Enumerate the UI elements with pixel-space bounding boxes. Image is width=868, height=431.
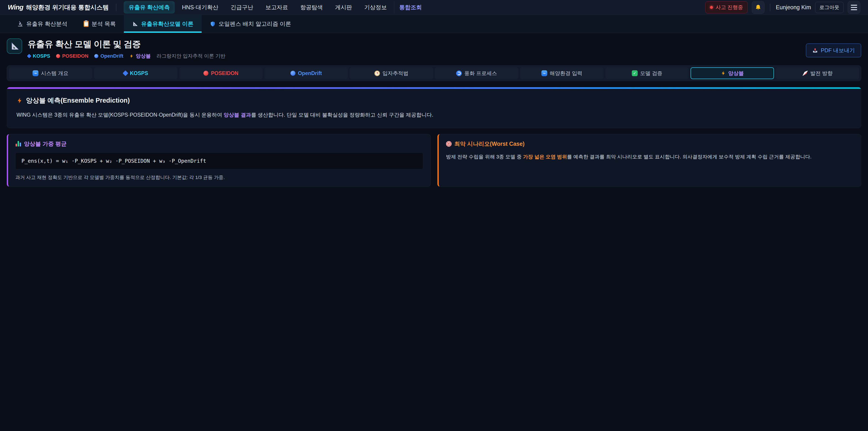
user-name: Eunjeong Kim bbox=[776, 4, 811, 11]
section-tab-ensemble[interactable]: 앙상블 bbox=[690, 67, 774, 79]
incident-in-progress-badge[interactable]: 사고 진행중 bbox=[705, 1, 748, 13]
menu-button[interactable] bbox=[848, 1, 860, 14]
weighted-average-card: 앙상블 가중 평균 P_ens(x,t) = w₁ ·P_KOSPS + w₂ … bbox=[7, 134, 431, 187]
red-circle-icon bbox=[56, 54, 60, 58]
section-tab-label: 모델 검증 bbox=[640, 70, 662, 77]
section-tab-label: 해양환경 입력 bbox=[550, 70, 582, 77]
page-subtitle: 라그랑지안 입자추적 이론 기반 bbox=[157, 53, 225, 59]
pdf-export-button[interactable]: PDF 내보내기 bbox=[806, 43, 861, 57]
blue-circle-icon bbox=[290, 71, 296, 76]
section-tab-label: KOSPS bbox=[130, 70, 148, 76]
incident-badge-label: 사고 진행중 bbox=[716, 4, 743, 11]
badge-poseidon: POSEIDON bbox=[56, 53, 88, 59]
nav-item-oil-spill-prediction[interactable]: 유출유 확산예측 bbox=[124, 1, 175, 13]
ensemble-formula: P_ens(x,t) = w₁ ·P_KOSPS + w₂ ·P_POSEIDO… bbox=[16, 153, 423, 169]
description-text: 를 예측한 결과를 최악 시나리오로 별도 표시합니다. 의사결정자에게 보수적… bbox=[567, 154, 811, 160]
section-tab-model-validation[interactable]: ✓ 모델 검증 bbox=[605, 67, 689, 79]
section-tab-poseidon[interactable]: POSEIDON bbox=[179, 67, 263, 79]
tab-spill-model-theory[interactable]: 유출유확산모델 이론 bbox=[124, 15, 202, 33]
section-tab-weathering-process[interactable]: 풍화 프로세스 bbox=[435, 67, 518, 79]
red-circle-icon bbox=[204, 71, 209, 76]
badge-kosps: KOSPS bbox=[28, 53, 50, 59]
highlighted-text: 앙상블 결과 bbox=[223, 112, 251, 118]
hamburger-menu-icon bbox=[851, 5, 857, 10]
badge-label: 앙상블 bbox=[136, 53, 151, 59]
app-logo: Wing 해양환경 위기대응 통합시스템 bbox=[8, 3, 109, 11]
section-tab-label: 발전 방향 bbox=[810, 70, 833, 77]
nav-item-integrated-search[interactable]: 통합조회 bbox=[394, 1, 427, 13]
ensemble-heading: 앙상블 예측(Ensemble Prediction) bbox=[17, 96, 851, 105]
divider bbox=[770, 4, 770, 11]
highlighted-text: 가장 넓은 오염 범위 bbox=[523, 154, 567, 160]
badge-label: KOSPS bbox=[33, 53, 50, 59]
check-icon: ✓ bbox=[632, 70, 638, 76]
section-tab-label: POSEIDON bbox=[211, 70, 238, 76]
tab-label: 분석 목록 bbox=[92, 20, 116, 28]
badge-opendrift: OpenDrift bbox=[94, 53, 123, 59]
section-tab-label: 풍화 프로세스 bbox=[464, 70, 497, 77]
microscope-icon bbox=[17, 21, 23, 27]
tab-analysis-list[interactable]: 분석 목록 bbox=[75, 15, 124, 33]
pdf-export-label: PDF 내보내기 bbox=[821, 47, 855, 54]
description-text: WING 시스템은 3종의 유출유 확산 모델(KOSPS·POSEIDON·O… bbox=[17, 112, 223, 118]
clipboard-icon bbox=[84, 21, 89, 27]
tab-oil-spill-analysis[interactable]: 유출유 확산분석 bbox=[9, 15, 75, 33]
lightning-bolt-icon bbox=[721, 71, 726, 76]
bell-icon bbox=[755, 4, 762, 11]
app-title: 해양환경 위기대응 통합시스템 bbox=[26, 3, 109, 11]
section-tab-label: 입자추적법 bbox=[382, 70, 408, 77]
notification-bell-button[interactable] bbox=[752, 1, 765, 14]
bar-chart-icon bbox=[16, 141, 21, 147]
tab-label: 유출유 확산분석 bbox=[26, 20, 67, 28]
rocket-icon bbox=[802, 70, 808, 76]
export-tray-icon bbox=[812, 48, 818, 53]
description-text: 를 생산합니다. 단일 모델 대비 불확실성을 정량화하고 신뢰 구간을 제공합… bbox=[251, 112, 433, 118]
logout-button[interactable]: 로그아웃 bbox=[815, 2, 844, 13]
nav-item-weather-info[interactable]: 기상정보 bbox=[359, 1, 392, 13]
blue-diamond-icon bbox=[123, 70, 128, 76]
section-tab-kosps[interactable]: KOSPS bbox=[94, 67, 178, 79]
nav-item-reports[interactable]: 보고자료 bbox=[260, 1, 293, 13]
page-title-icon-box bbox=[7, 38, 22, 54]
lightning-bolt-icon bbox=[129, 54, 134, 58]
section-tab-marine-environment-input[interactable]: ~ 해양환경 입력 bbox=[520, 67, 603, 79]
worst-case-card-title: 최악 시나리오(Worst Case) bbox=[446, 140, 854, 148]
triangle-ruler-icon bbox=[132, 21, 138, 27]
shield-icon bbox=[210, 21, 216, 27]
badge-label: POSEIDON bbox=[62, 53, 88, 59]
nav-item-aerial-search[interactable]: 항공탐색 bbox=[295, 1, 328, 13]
section-tab-system-overview[interactable]: ~ 시스템 개요 bbox=[9, 67, 92, 79]
section-tab-future-direction[interactable]: 발전 방향 bbox=[776, 67, 859, 79]
ensemble-heading-text: 앙상블 예측(Ensemble Prediction) bbox=[26, 96, 130, 105]
secondary-tab-bar: 유출유 확산분석 분석 목록 유출유확산모델 이론 오일펜스 배치 알고리즘 이… bbox=[0, 15, 868, 33]
tab-label: 오일펜스 배치 알고리즘 이론 bbox=[219, 20, 291, 28]
cyclone-icon bbox=[456, 70, 462, 76]
page-title-block: 유출유 확산 모델 이론 및 검증 KOSPS POSEIDON OpenDri… bbox=[28, 38, 225, 59]
weighted-average-card-title: 앙상블 가중 평균 bbox=[16, 140, 423, 148]
badge-ensemble: 앙상블 bbox=[129, 53, 151, 59]
model-badge-row: KOSPS POSEIDON OpenDrift 앙상블 라그랑지안 입자추적 … bbox=[28, 53, 225, 59]
tab-oil-fence-algorithm-theory[interactable]: 오일펜스 배치 알고리즘 이론 bbox=[202, 15, 299, 33]
blue-circle-icon bbox=[94, 54, 98, 58]
nav-item-hns-atmospheric[interactable]: HNS·대기확산 bbox=[177, 1, 223, 13]
section-tab-particle-tracking[interactable]: 입자추적법 bbox=[350, 67, 433, 79]
section-tab-bar: ~ 시스템 개요 KOSPS POSEIDON OpenDrift 입자추적법 … bbox=[7, 65, 861, 81]
main-nav: 유출유 확산예측 HNS·대기확산 긴급구난 보고자료 항공탐색 게시판 기상정… bbox=[124, 1, 427, 13]
ensemble-cards-row: 앙상블 가중 평균 P_ens(x,t) = w₁ ·P_KOSPS + w₂ … bbox=[7, 134, 861, 187]
incident-status-dot bbox=[710, 6, 713, 9]
gradient-top-border bbox=[7, 87, 861, 89]
tab-label: 유출유확산모델 이론 bbox=[141, 20, 193, 28]
target-icon bbox=[446, 141, 452, 147]
section-tab-opendrift[interactable]: OpenDrift bbox=[265, 67, 348, 79]
worst-case-description: 방제 전략 수립을 위해 3종 모델 중 가장 넓은 오염 범위를 예측한 결과… bbox=[446, 153, 854, 161]
page-header: 유출유 확산 모델 이론 및 검증 KOSPS POSEIDON OpenDri… bbox=[7, 38, 861, 59]
nav-item-board[interactable]: 게시판 bbox=[330, 1, 357, 13]
ensemble-description: WING 시스템은 3종의 유출유 확산 모델(KOSPS·POSEIDON·O… bbox=[17, 111, 851, 119]
divider bbox=[116, 4, 116, 11]
badge-label: OpenDrift bbox=[100, 53, 123, 59]
nav-item-emergency-rescue[interactable]: 긴급구난 bbox=[225, 1, 258, 13]
lightning-bolt-icon bbox=[17, 97, 23, 104]
section-tab-label: 앙상블 bbox=[728, 70, 744, 77]
blue-diamond-icon bbox=[27, 54, 31, 58]
section-tab-label: OpenDrift bbox=[298, 70, 322, 76]
